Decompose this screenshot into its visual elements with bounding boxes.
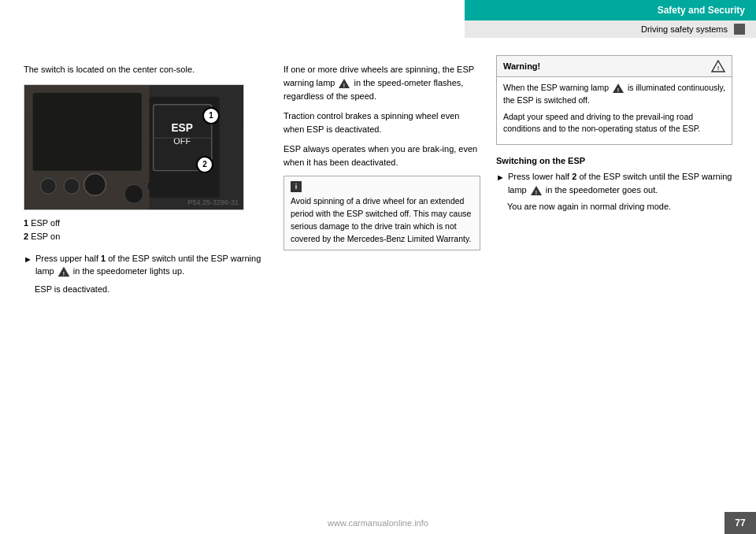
esp-image: ESP OFF 1 2 P54.25-3296-31 [24, 84, 244, 210]
arrow-symbol: ► [24, 253, 32, 266]
watermark: www.carmanualonline.info [328, 518, 428, 528]
item2-label: 2 ESP on [24, 230, 268, 244]
warning-triangle-icon: ! [711, 60, 725, 72]
warning-box: Warning! ! When the ESP warning lamp ! i… [496, 55, 732, 145]
esp-warn-icon-warn1: ! [612, 83, 624, 94]
svg-text:!: ! [536, 190, 537, 195]
svg-text:!: ! [617, 87, 619, 93]
header-subtitle: Driving safety systems [465, 20, 756, 38]
marker-2: 2 [196, 156, 213, 173]
switching-title: Switching on the ESP [496, 156, 732, 165]
item-labels: 1 ESP off 2 ESP on [24, 217, 268, 244]
svg-point-11 [64, 178, 80, 194]
switching-section: Switching on the ESP ► Press lower half … [496, 156, 732, 213]
deactivated-text: ESP is deactivated. [35, 283, 268, 296]
instruction-text: Press upper half 1 of the ESP switch unt… [35, 252, 268, 278]
notice-icon: i [291, 181, 302, 192]
warning-title: Warning! [503, 61, 540, 71]
item1-label: 1 ESP off [24, 217, 268, 231]
switching-arrow-item: ► Press lower half 2 of the ESP switch u… [496, 170, 732, 197]
warning-para1: When the ESP warning lamp ! is illuminat… [503, 82, 725, 107]
esp-warn-icon-mid1: ! [338, 78, 350, 89]
instruction-block: ► Press upper half 1 of the ESP switch u… [24, 252, 268, 296]
subtitle-text: Driving safety systems [641, 24, 728, 34]
switching-arrow-symbol: ► [496, 171, 505, 184]
esp-warn-icon-switch: ! [530, 185, 543, 196]
svg-point-10 [41, 178, 57, 194]
svg-rect-2 [33, 92, 142, 170]
notice-box: i Avoid spinning of a drive wheel for an… [284, 176, 480, 250]
right-column: Warning! ! When the ESP warning lamp ! i… [496, 47, 732, 502]
normal-mode-text: You are now again in normal driving mode… [507, 200, 732, 213]
svg-text:ESP: ESP [171, 121, 193, 134]
header-title: Safety and Security [465, 0, 756, 20]
svg-point-3 [124, 184, 143, 203]
left-column: The switch is located on the center con-… [24, 47, 268, 502]
warning-box-content: When the ESP warning lamp ! is illuminat… [497, 77, 732, 144]
svg-text:!: ! [343, 83, 345, 88]
dashboard-bg: ESP OFF [24, 85, 243, 210]
switching-instruction: Press lower half 2 of the ESP switch unt… [508, 170, 732, 197]
notice-text: Avoid spinning of a drive wheel for an e… [291, 195, 473, 245]
header-section: Safety and Security Driving safety syste… [465, 0, 756, 38]
svg-point-12 [84, 173, 106, 195]
svg-text:!: ! [63, 271, 65, 276]
warning-box-header: Warning! ! [497, 56, 732, 77]
instruction-arrow-item: ► Press upper half 1 of the ESP switch u… [24, 252, 268, 278]
esp-warn-icon-left: ! [57, 266, 70, 277]
marker-1: 1 [202, 107, 220, 124]
warning-para2: Adapt your speed and driving to the prev… [503, 111, 725, 136]
page-number: 77 [724, 512, 756, 534]
main-content: The switch is located on the center con-… [0, 47, 756, 502]
intro-text: The switch is located on the center con-… [24, 63, 268, 76]
subtitle-block-icon [734, 24, 745, 35]
middle-column: If one or more drive wheels are spinning… [284, 47, 480, 502]
svg-text:!: ! [717, 65, 720, 72]
middle-para2: Traction control brakes a spinning wheel… [284, 109, 480, 136]
middle-para3: ESP always operates when you are brak-in… [284, 143, 480, 169]
image-caption: P54.25-3296-31 [187, 198, 239, 206]
middle-para1: If one or more drive wheels are spinning… [284, 63, 480, 103]
